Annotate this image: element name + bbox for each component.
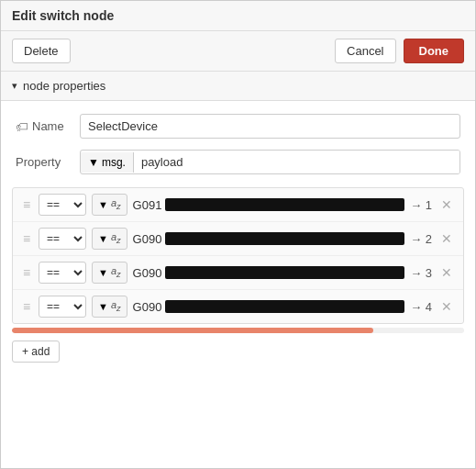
rules-container: ≡ == != < > ▼ az G091 → 1 ✕ ≡ == != (12, 187, 464, 324)
output-label-4: → 4 (410, 300, 432, 314)
table-row: ≡ == != ▼ az G090 → 4 ✕ (13, 290, 463, 323)
value-type-btn-3[interactable]: ▼ az (92, 262, 127, 283)
rule-value-3: G090 (133, 266, 405, 280)
delete-button[interactable]: Delete (12, 39, 71, 63)
prefix-text-2: G090 (133, 232, 162, 246)
panel-header: Edit switch node (1, 1, 475, 31)
property-label: Property (16, 155, 71, 169)
toolbar: Delete Cancel Done (1, 31, 475, 72)
redacted-value-2 (165, 232, 404, 245)
value-type-btn-1[interactable]: ▼ az (92, 194, 127, 215)
name-input[interactable] (80, 114, 460, 139)
table-row: ≡ == != < > ▼ az G091 → 1 ✕ (13, 188, 463, 222)
value-type-btn-2[interactable]: ▼ az (92, 228, 127, 249)
output-label-2: → 2 (410, 232, 432, 246)
rule-value-4: G090 (133, 300, 405, 314)
condition-select-1[interactable]: == != < > (39, 194, 86, 216)
done-button[interactable]: Done (404, 39, 465, 63)
prefix-text-1: G091 (133, 198, 162, 212)
dropdown-arrow-icon: ▼ (98, 233, 108, 244)
drag-handle-icon[interactable]: ≡ (20, 299, 33, 314)
msg-dropdown-arrow: ▼ (88, 156, 99, 169)
redacted-value-4 (165, 300, 404, 313)
type-label-3: az (111, 265, 121, 279)
type-label-4: az (111, 299, 121, 313)
name-row: 🏷 Name (16, 114, 460, 139)
output-label-1: → 1 (410, 198, 432, 212)
property-select[interactable]: ▼ msg. (80, 150, 460, 174)
property-row: Property ▼ msg. (16, 150, 460, 174)
redacted-value-1 (165, 198, 404, 211)
value-type-btn-4[interactable]: ▼ az (92, 296, 127, 317)
chevron-icon: ▾ (12, 80, 17, 92)
msg-prefix: msg. (102, 156, 126, 169)
drag-handle-icon[interactable]: ≡ (20, 197, 33, 212)
drag-handle-icon[interactable]: ≡ (20, 265, 33, 280)
properties-area: 🏷 Name Property ▼ msg. (1, 101, 475, 187)
output-label-3: → 3 (410, 266, 432, 280)
dropdown-arrow-icon: ▼ (98, 199, 108, 210)
prefix-text-4: G090 (133, 300, 162, 314)
type-label-1: az (111, 197, 121, 211)
table-row: ≡ == != ▼ az G090 → 3 ✕ (13, 256, 463, 290)
property-path-input[interactable] (134, 151, 459, 173)
tag-icon: 🏷 (16, 119, 28, 134)
dropdown-arrow-icon: ▼ (98, 267, 108, 278)
name-label: 🏷 Name (16, 119, 71, 134)
remove-button-2[interactable]: ✕ (437, 229, 456, 248)
condition-select-4[interactable]: == != (39, 296, 86, 318)
msg-dropdown[interactable]: ▼ msg. (81, 152, 134, 173)
condition-select-2[interactable]: == != (39, 228, 86, 250)
edit-switch-node-panel: Edit switch node Delete Cancel Done ▾ no… (0, 0, 476, 469)
cancel-button[interactable]: Cancel (335, 39, 395, 63)
remove-button-1[interactable]: ✕ (437, 195, 456, 214)
remove-button-4[interactable]: ✕ (437, 297, 456, 316)
footer: + add (1, 333, 475, 370)
drag-handle-icon[interactable]: ≡ (20, 231, 33, 246)
panel-title: Edit switch node (12, 8, 114, 23)
table-row: ≡ == != ▼ az G090 → 2 ✕ (13, 222, 463, 256)
dropdown-arrow-icon: ▼ (98, 301, 108, 312)
prefix-text-3: G090 (133, 266, 162, 280)
section-header[interactable]: ▾ node properties (1, 72, 475, 101)
condition-select-3[interactable]: == != (39, 262, 86, 284)
section-label: node properties (23, 79, 105, 93)
add-button[interactable]: + add (12, 341, 60, 363)
rule-value-1: G091 (133, 198, 405, 212)
remove-button-3[interactable]: ✕ (437, 263, 456, 282)
type-label-2: az (111, 231, 121, 245)
rule-value-2: G090 (133, 232, 405, 246)
redacted-value-3 (165, 266, 404, 279)
